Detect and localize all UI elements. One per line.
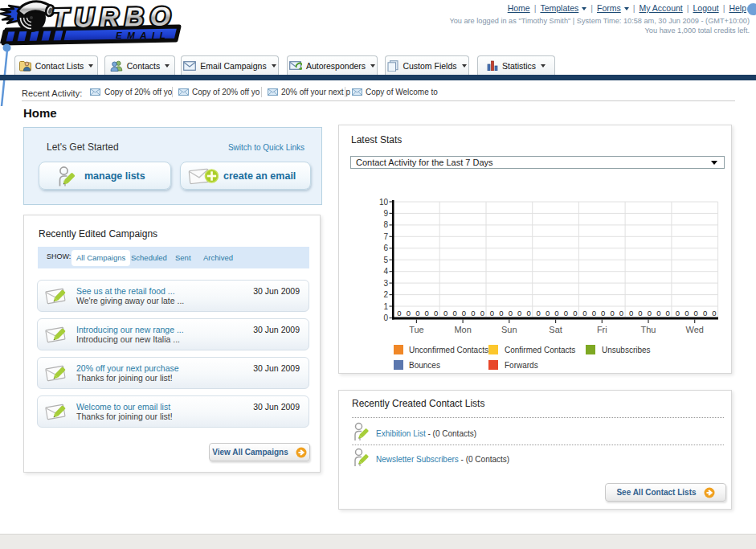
svg-text:0: 0 — [629, 309, 633, 318]
svg-text:0: 0 — [462, 309, 466, 318]
svg-text:0: 0 — [564, 309, 568, 318]
svg-text:0: 0 — [638, 309, 642, 318]
svg-text:0: 0 — [703, 309, 707, 318]
svg-text:0: 0 — [383, 313, 388, 322]
svg-text:0: 0 — [666, 309, 670, 318]
svg-text:9: 9 — [383, 209, 388, 218]
svg-text:3: 3 — [383, 279, 388, 288]
svg-text:0: 0 — [684, 309, 689, 318]
svg-text:0: 0 — [407, 309, 411, 318]
svg-text:0: 0 — [601, 309, 605, 318]
svg-text:0: 0 — [554, 309, 558, 318]
svg-text:0: 0 — [434, 309, 438, 318]
svg-text:6: 6 — [383, 244, 388, 252]
svg-text:Tue: Tue — [409, 325, 424, 334]
svg-text:0: 0 — [694, 309, 698, 318]
svg-text:0: 0 — [573, 309, 577, 318]
svg-text:4: 4 — [383, 267, 388, 276]
svg-text:7: 7 — [383, 232, 388, 241]
svg-text:0: 0 — [592, 309, 596, 318]
svg-text:0: 0 — [546, 309, 550, 318]
svg-text:0: 0 — [415, 309, 419, 318]
svg-text:0: 0 — [656, 309, 660, 318]
svg-text:0: 0 — [676, 309, 680, 318]
svg-text:0: 0 — [526, 309, 530, 318]
svg-text:0: 0 — [648, 309, 652, 318]
svg-text:0: 0 — [619, 309, 623, 318]
svg-text:10: 10 — [379, 198, 389, 207]
svg-text:0: 0 — [425, 309, 429, 318]
svg-text:1: 1 — [383, 302, 388, 311]
svg-text:0: 0 — [582, 309, 586, 318]
svg-text:0: 0 — [712, 309, 716, 318]
svg-text:0: 0 — [443, 309, 447, 318]
svg-text:Wed: Wed — [685, 325, 703, 334]
svg-text:Fri: Fri — [597, 325, 607, 334]
svg-text:0: 0 — [452, 309, 456, 318]
svg-text:0: 0 — [490, 309, 494, 318]
svg-text:Mon: Mon — [454, 325, 471, 334]
svg-text:0: 0 — [480, 309, 484, 318]
svg-text:Sun: Sun — [501, 325, 517, 334]
svg-text:5: 5 — [383, 256, 388, 264]
svg-text:0: 0 — [517, 309, 521, 318]
svg-text:0: 0 — [471, 309, 475, 318]
svg-text:0: 0 — [610, 309, 614, 318]
svg-text:0: 0 — [509, 309, 513, 318]
svg-text:8: 8 — [383, 220, 388, 229]
svg-text:2: 2 — [383, 290, 388, 299]
svg-text:Sat: Sat — [549, 325, 562, 334]
svg-text:Thu: Thu — [641, 325, 656, 334]
svg-text:0: 0 — [499, 309, 503, 318]
svg-text:0: 0 — [537, 309, 541, 318]
svg-text:0: 0 — [397, 309, 401, 318]
